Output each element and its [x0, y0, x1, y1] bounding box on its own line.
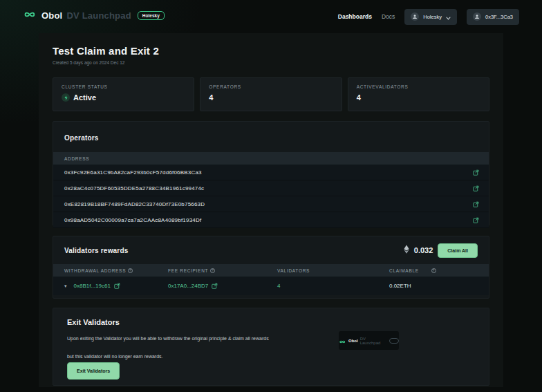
- exit-description-line1: Upon exiting the Validator you will be a…: [67, 336, 269, 341]
- active-validators-value: 4: [357, 93, 361, 102]
- exit-section-title: Exit Validators: [67, 318, 120, 326]
- page-subtitle: Created 5 days ago on 2024 Dec 12: [53, 60, 124, 65]
- operator-address: 0x28aC4c075DF60535DDE5a2788C34B1961c9947…: [64, 185, 204, 192]
- cluster-status-card: CLUSTER STATUS Active: [53, 77, 194, 111]
- withdrawal-address-value[interactable]: 0x8B1f...19c61: [74, 283, 111, 289]
- brand-logo[interactable]: Obol DV Launchpad Holesky: [23, 9, 165, 21]
- holesky-network-badge: Holesky: [138, 11, 165, 20]
- app-window: Obol DV Launchpad Holesky Dashboards Doc…: [0, 0, 542, 392]
- row-claimable-amount: 0.02ETH: [389, 283, 478, 289]
- mini-logo-dv-text: DV Launchpad: [360, 337, 387, 345]
- network-selector-button[interactable]: Holesky: [404, 9, 457, 25]
- external-link-icon[interactable]: [473, 169, 479, 176]
- active-validators-label: ACTIVEVALIDATORS: [357, 84, 480, 89]
- operators-section-title: Operators: [64, 134, 99, 142]
- brand-dv-launchpad-text: DV Launchpad: [66, 10, 131, 21]
- stats-row: CLUSTER STATUS Active OPERATORS 4 ACTIVE…: [53, 77, 489, 111]
- obol-launchpad-mini-logo: Obol DV Launchpad: [339, 331, 399, 350]
- help-icon[interactable]: ?: [431, 268, 436, 273]
- rewards-table-row: ▾ 0x8B1f...19c61 0x17A0...24BD7 4 0.02ET…: [53, 277, 489, 295]
- expand-row-chevron-icon[interactable]: ▾: [64, 283, 67, 289]
- exit-validators-section: Exit Validators Upon exiting the Validat…: [53, 308, 489, 386]
- exit-validators-button[interactable]: Exit Validators: [67, 362, 120, 380]
- fee-recipient-value[interactable]: 0x17A0...24BD7: [168, 283, 208, 289]
- external-link-icon[interactable]: [473, 217, 479, 223]
- operator-row: 0xE82819B18BF7489FdAD82C33740Df73E0b7566…: [53, 196, 489, 212]
- top-nav-links: Dashboards Docs Holesky 0x3F...3Ca3: [338, 0, 519, 33]
- claimable-column-header: CLAIMABLE: [389, 268, 419, 273]
- validators-rewards-section: Validators rewards 0.032 Claim All WITHD…: [53, 236, 489, 299]
- rewards-section-title: Validators rewards: [64, 247, 129, 254]
- row-validators-count: 4: [277, 283, 280, 289]
- withdrawal-address-column-header: WITHDRAWAL ADDRESS: [64, 268, 126, 273]
- external-link-icon[interactable]: [114, 283, 120, 289]
- help-icon[interactable]: ?: [210, 268, 215, 273]
- operators-section: Operators ADDRESS 0x3Fc92E6a31C9bA82caF2…: [53, 121, 489, 226]
- exit-description-line2: but this validator will no longer earn r…: [67, 354, 163, 359]
- eth-diamond-icon: [404, 244, 409, 256]
- operators-count-label: OPERATORS: [209, 84, 333, 89]
- operators-table-header: ADDRESS: [53, 152, 489, 165]
- brand-obol-text: Obol: [41, 10, 62, 21]
- operator-row: 0x98aAD5042C00009a7ca7a2CAAc8A4089bf1934…: [53, 212, 489, 228]
- wallet-account-button[interactable]: 0x3F...3Ca3: [467, 9, 519, 25]
- chevron-down-icon: [446, 12, 451, 22]
- active-validators-card: ACTIVEVALIDATORS 4: [348, 77, 489, 111]
- operators-count-card: OPERATORS 4: [200, 77, 342, 111]
- nav-docs-link[interactable]: Docs: [382, 13, 395, 20]
- cluster-status-value: Active: [73, 93, 96, 102]
- operators-count-value: 4: [209, 93, 213, 102]
- external-link-icon[interactable]: [473, 201, 479, 207]
- claim-all-button[interactable]: Claim All: [438, 243, 478, 258]
- operator-address: 0x98aAD5042C00009a7ca7a2CAAc8A4089bf1934…: [64, 217, 201, 223]
- operator-address: 0xE82819B18BF7489FdAD82C33740Df73E0b7566…: [64, 201, 205, 207]
- mini-holesky-badge: [389, 338, 399, 344]
- operator-address: 0x3Fc92E6a31C9bA82caF293b0cF57dd6f06BB3C…: [64, 169, 202, 176]
- obol-infinity-icon: [23, 9, 37, 21]
- help-icon[interactable]: ?: [128, 268, 133, 273]
- operator-row: 0x3Fc92E6a31C9bA82caF293b0cF57dd6f06BB3C…: [53, 165, 489, 180]
- active-status-icon: [62, 93, 70, 102]
- validators-column-header: VALIDATORS: [277, 268, 310, 273]
- page-title: Test Claim and Exit 2: [53, 45, 159, 57]
- fee-recipient-column-header: FEE RECIPIENT: [168, 268, 208, 273]
- external-link-icon[interactable]: [473, 185, 479, 192]
- main-content: Test Claim and Exit 2 Created 5 days ago…: [39, 33, 503, 387]
- obol-infinity-icon: [339, 335, 346, 347]
- mini-logo-obol-text: Obol: [348, 339, 358, 343]
- total-rewards-value: 0.032: [414, 246, 433, 254]
- wallet-address-label: 0x3F...3Ca3: [485, 14, 513, 20]
- top-navbar: Obol DV Launchpad Holesky Dashboards Doc…: [0, 0, 542, 33]
- network-avatar-icon: [411, 12, 419, 21]
- rewards-table-header: WITHDRAWAL ADDRESS ? FEE RECIPIENT ? VAL…: [53, 264, 489, 277]
- operator-row: 0x28aC4c075DF60535DDE5a2788C34B1961c9947…: [53, 180, 489, 196]
- address-column-header: ADDRESS: [64, 156, 89, 161]
- wallet-avatar-icon: [473, 12, 481, 21]
- external-link-icon[interactable]: [212, 283, 218, 289]
- nav-dashboards-link[interactable]: Dashboards: [338, 13, 372, 20]
- cluster-status-label: CLUSTER STATUS: [62, 84, 185, 89]
- network-selector-label: Holesky: [423, 14, 442, 20]
